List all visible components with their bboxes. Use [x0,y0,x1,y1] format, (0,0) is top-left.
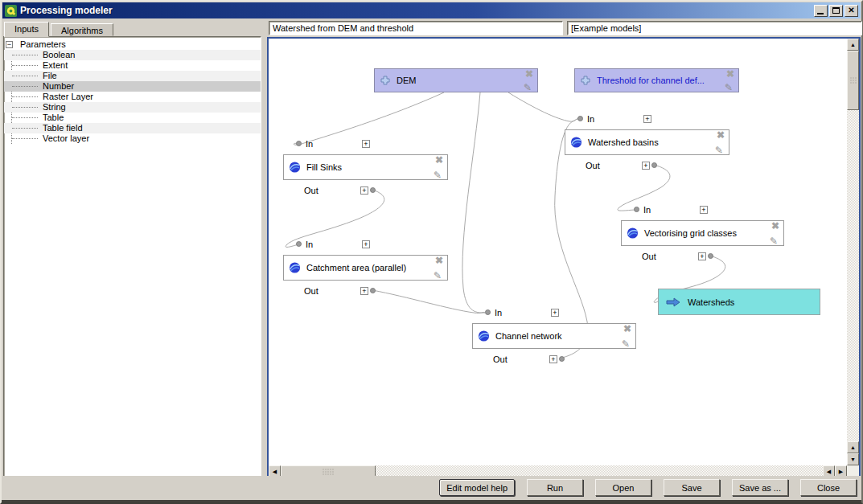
algorithm-node-watershed-basins[interactable]: In + Watershed basins ✖ ✎ Out + [565,129,729,155]
port-in-label: In [495,307,502,318]
algorithm-box[interactable]: Watershed basins ✖ ✎ [565,129,729,155]
edit-node-icon[interactable]: ✎ [524,82,532,93]
model-group-input[interactable] [567,21,862,35]
tree-label: Vector layer [43,133,89,143]
scroll-up-button[interactable]: ▲ [847,39,859,51]
inputs-tree-panel: − Parameters Boolean Extent File Number … [3,36,261,479]
input-node-threshold[interactable]: Threshold for channel def... ✖ ✎ [574,68,739,92]
titlebar: Processing modeler ✕ [2,2,861,18]
edit-node-icon[interactable]: ✎ [434,270,442,281]
edit-node-icon[interactable]: ✎ [725,82,733,93]
edit-node-icon[interactable]: ✎ [770,236,778,247]
minimize-button[interactable] [814,5,828,17]
edit-node-icon[interactable]: ✎ [715,145,723,156]
delete-node-icon[interactable]: ✖ [525,68,533,80]
expand-in-icon[interactable]: + [551,309,559,317]
delete-node-icon[interactable]: ✖ [771,220,779,232]
input-port-dot[interactable] [485,309,491,315]
algorithm-box[interactable]: Fill Sinks ✖ ✎ [283,154,448,180]
input-plus-icon [581,76,590,85]
delete-node-icon[interactable]: ✖ [726,68,734,80]
input-port-dot[interactable] [634,207,639,212]
node-label: Channel network [495,331,562,341]
algorithm-box[interactable]: Catchment area (parallel) ✖ ✎ [283,255,448,281]
tree-label: Number [43,81,74,91]
tab-algorithms[interactable]: Algorithms [51,23,113,36]
node-label: DEM [397,76,416,85]
tree-item-file[interactable]: File [4,71,261,81]
algorithm-box[interactable]: Channel network ✖ ✎ [472,323,636,349]
input-port-dot[interactable] [577,116,583,121]
edit-model-help-button[interactable]: Edit model help [439,479,515,496]
model-name-input[interactable] [269,21,563,35]
collapse-icon[interactable]: − [6,41,13,48]
algorithm-node-fill-sinks[interactable]: In + Fill Sinks ✖ ✎ Out + [283,154,448,180]
tree-item-raster-layer[interactable]: Raster Layer [4,92,261,102]
delete-node-icon[interactable]: ✖ [623,323,631,334]
output-port-dot[interactable] [651,162,657,168]
output-node-watersheds[interactable]: Watersheds [658,289,820,315]
run-button[interactable]: Run [527,479,583,496]
node-label: Watersheds [688,297,734,307]
output-port-dot[interactable] [708,253,713,259]
tree-item-boolean[interactable]: Boolean [4,50,261,60]
input-port-dot[interactable] [296,141,302,146]
tree-item-number[interactable]: Number [4,81,261,92]
port-out-label: Out [304,185,318,196]
close-dialog-button[interactable]: Close [800,479,857,496]
scroll-up-button-bottom[interactable]: ▲ [847,441,859,453]
tree-item-parameters[interactable]: − Parameters [4,39,261,50]
saga-algorithm-icon [478,330,490,342]
expand-out-icon[interactable]: + [549,355,557,363]
tree-label: Extent [43,60,68,70]
tree-item-extent[interactable]: Extent [4,60,261,71]
scroll-down-button[interactable]: ▼ [847,453,859,465]
tree-item-vector-layer[interactable]: Vector layer [4,133,261,144]
algorithm-node-catchment-area[interactable]: In + Catchment area (parallel) ✖ ✎ Out + [283,255,448,281]
output-port-dot[interactable] [559,356,565,362]
save-as-button[interactable]: Save as ... [732,479,788,496]
expand-out-icon[interactable]: + [698,252,706,260]
expand-in-icon[interactable]: + [643,115,651,123]
window-bottom-edge [2,500,861,502]
maximize-button[interactable] [829,5,843,17]
open-button[interactable]: Open [595,479,651,496]
tree-item-table-field[interactable]: Table field [4,123,261,133]
port-in-label: In [643,204,651,215]
vertical-scroll-thumb[interactable] [847,51,859,110]
algorithm-node-channel-network[interactable]: In + Channel network ✖ ✎ Out + [472,323,636,349]
delete-node-icon[interactable]: ✖ [717,129,725,141]
thumb-grip-icon [323,468,335,475]
model-canvas[interactable]: DEM ✖ ✎ Threshold for channel def... ✖ ✎… [269,39,847,465]
maximize-icon [832,7,840,14]
qgis-app-icon [5,5,17,17]
tree-label: Raster Layer [43,92,93,101]
expand-out-icon[interactable]: + [360,287,368,295]
expand-in-icon[interactable]: + [362,140,370,148]
algorithm-node-vectorising-grid-classes[interactable]: In + Vectorising grid classes ✖ ✎ Out + [621,220,784,246]
tree-label: Table field [43,123,83,133]
edit-node-icon[interactable]: ✎ [434,170,442,181]
algorithm-box[interactable]: Vectorising grid classes ✖ ✎ [621,220,784,246]
tree-item-string[interactable]: String [4,102,261,113]
port-out-label: Out [493,354,508,365]
expand-in-icon[interactable]: + [700,206,708,214]
edit-node-icon[interactable]: ✎ [622,338,630,350]
close-button[interactable]: ✕ [845,5,858,17]
tab-inputs[interactable]: Inputs [4,22,49,37]
expand-in-icon[interactable]: + [362,240,370,248]
input-node-dem[interactable]: DEM ✖ ✎ [374,68,538,92]
saga-algorithm-icon [289,162,301,174]
node-label: Threshold for channel def... [597,76,705,85]
input-port-dot[interactable] [296,241,302,247]
delete-node-icon[interactable]: ✖ [435,255,443,266]
output-port-dot[interactable] [370,187,376,193]
expand-out-icon[interactable]: + [642,162,650,170]
canvas-vertical-scrollbar[interactable]: ▲ ▲ ▼ [847,39,859,465]
output-port-dot[interactable] [370,288,376,293]
tree-item-table[interactable]: Table [4,113,261,123]
expand-out-icon[interactable]: + [360,186,368,195]
delete-node-icon[interactable]: ✖ [435,154,443,166]
save-button[interactable]: Save [664,479,720,496]
wire-dem-fillsinks [294,92,444,145]
